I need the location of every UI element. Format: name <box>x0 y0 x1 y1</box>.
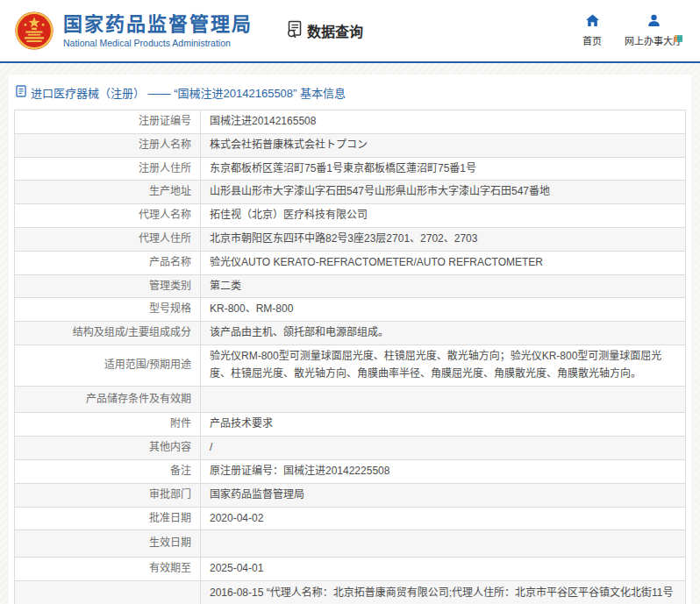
row-value: / <box>210 441 212 453</box>
row-label-cell: 代理人名称 <box>15 204 201 228</box>
row-label: 代理人住所 <box>139 232 191 245</box>
row-value: 国家药品监督管理局 <box>210 488 304 501</box>
row-value-cell: 东京都板桥区莲沼町75番1号東京都板橋区蓮沼町75番1号 <box>201 157 686 181</box>
row-label-cell: 注册人住所 <box>15 157 201 181</box>
row-value: 第二类 <box>210 280 241 292</box>
row-value: 拓佳视（北京）医疗科技有限公司 <box>210 209 368 221</box>
table-row: 产品名称验光仪AUTO KERATO-REFRACTOMETER/AUTO RE… <box>15 251 686 274</box>
home-icon <box>585 14 600 31</box>
row-value-cell <box>201 530 686 558</box>
row-label: 批准日期 <box>149 512 191 524</box>
row-label: 管理类别 <box>149 280 191 292</box>
row-label-cell: 变更情况 <box>15 580 201 604</box>
row-label: 其他内容 <box>149 441 191 453</box>
row-value-cell: 山形县山形市大字漆山字石田547号山形県山形市大字漆山字石田547番地 <box>201 181 686 204</box>
row-value: 2025-04-01 <box>210 562 263 574</box>
table-row: 代理人住所北京市朝阳区东四环中路82号3座23层2701、2702、2703 <box>15 227 686 251</box>
nav-home-label: 首页 <box>582 33 602 47</box>
table-row: 生产地址山形县山形市大字漆山字石田547号山形県山形市大字漆山字石田547番地 <box>15 181 686 204</box>
site-branding: 国家药品监督管理局 National Medical Products Admi… <box>63 13 253 47</box>
national-emblem-logo <box>14 11 54 51</box>
row-label-cell: 结构及组成/主要组成成分 <box>15 322 201 345</box>
site-subtitle: National Medical Products Administration <box>63 38 253 48</box>
row-value-cell: 北京市朝阳区东四环中路82号3座23层2701、2702、2703 <box>201 227 686 251</box>
header-right-nav: 首页 网上办事大厅 <box>582 14 688 47</box>
row-label: 产品名称 <box>149 256 191 268</box>
nav-data-query-label: 数据查询 <box>307 20 363 41</box>
table-row: 注册人住所东京都板桥区莲沼町75番1号東京都板橋区蓮沼町75番1号 <box>15 157 686 181</box>
table-row: 适用范围/预期用途验光仪RM-800型可测量球面屈光度、柱镜屈光度、散光轴方向；… <box>15 345 686 386</box>
nav-home[interactable]: 首页 <box>582 14 602 47</box>
row-value-cell: 2016-08-15 “代理人名称：北京拓普康商贸有限公司;代理人住所：北京市平… <box>201 580 686 604</box>
table-row: 批准日期2020-04-02 <box>15 507 686 530</box>
site-header: 国家药品监督管理局 National Medical Products Admi… <box>0 0 700 61</box>
row-value-cell: 国家药品监督管理局 <box>201 483 686 507</box>
row-value-cell: 产品技术要求 <box>201 413 686 437</box>
document-search-icon <box>286 20 303 42</box>
row-value-cell: 2025-04-01 <box>201 558 686 581</box>
row-label: 备注 <box>170 465 191 477</box>
row-value-cell: 2020-04-02 <box>201 507 686 530</box>
row-label: 注册人名称 <box>139 139 191 151</box>
row-value: 国械注进20142165508 <box>210 115 316 127</box>
table-row: 生效日期 <box>15 530 686 558</box>
row-value: 该产品由主机、颌托部和电源部组成。 <box>210 326 389 338</box>
row-value-cell: 第二类 <box>201 274 686 298</box>
breadcrumb-text: 进口医疗器械（注册） —— “国械注进20142165508” 基本信息 <box>31 84 346 101</box>
row-value: 2020-04-02 <box>210 512 263 524</box>
row-label-cell: 注册证编号 <box>15 110 201 134</box>
table-row: 有效期至2025-04-01 <box>15 558 686 581</box>
row-value-cell: 拓佳视（北京）医疗科技有限公司 <box>201 204 686 228</box>
row-label-cell: 备注 <box>15 459 201 483</box>
page-background: 进口医疗器械（注册） —— “国械注进20142165508” 基本信息 注册证… <box>0 63 700 604</box>
row-label: 生产地址 <box>149 185 191 197</box>
row-value-cell: 该产品由主机、颌托部和电源部组成。 <box>201 322 686 345</box>
table-row: 附件产品技术要求 <box>15 413 686 437</box>
row-value-cell: / <box>201 437 686 460</box>
row-label: 结构及组成/主要组成成分 <box>73 326 191 338</box>
document-icon <box>16 85 26 100</box>
row-label-cell: 产品储存条件及有效期 <box>15 386 201 413</box>
row-label-cell: 有效期至 <box>15 558 201 581</box>
row-label: 产品储存条件及有效期 <box>86 393 191 405</box>
row-value: 产品技术要求 <box>210 417 273 430</box>
row-label-cell: 产品名称 <box>15 251 201 274</box>
table-row: 注册人名称株式会社拓普康株式会社トプコン <box>15 133 686 157</box>
row-value-cell: 国械注进20142165508 <box>201 110 686 134</box>
row-value-cell: 验光仪RM-800型可测量球面屈光度、柱镜屈光度、散光轴方向；验光仪KR-800… <box>201 345 686 386</box>
row-value: 北京市朝阳区东四环中路82号3座23层2701、2702、2703 <box>210 232 477 245</box>
table-row: 代理人名称拓佳视（北京）医疗科技有限公司 <box>15 204 686 228</box>
nav-data-query[interactable]: 数据查询 <box>286 20 363 42</box>
row-label: 型号规格 <box>149 302 191 315</box>
row-label-cell: 附件 <box>15 413 201 437</box>
row-label: 附件 <box>170 417 191 430</box>
table-row: 审批部门国家药品监督管理局 <box>15 483 686 507</box>
row-value: 山形县山形市大字漆山字石田547号山形県山形市大字漆山字石田547番地 <box>210 185 550 197</box>
row-label: 代理人名称 <box>139 209 191 221</box>
row-label-cell: 批准日期 <box>15 507 201 530</box>
table-row: 其他内容/ <box>15 437 686 460</box>
table-row: 变更情况2016-08-15 “代理人名称：北京拓普康商贸有限公司;代理人住所：… <box>15 580 686 604</box>
row-label: 有效期至 <box>149 562 191 574</box>
table-row: 型号规格KR-800、RM-800 <box>15 298 686 322</box>
row-value: 原注册证编号：国械注进20142225508 <box>210 465 389 477</box>
table-row: 结构及组成/主要组成成分该产品由主机、颌托部和电源部组成。 <box>15 322 686 345</box>
row-value-cell <box>201 386 686 413</box>
row-label-cell: 生效日期 <box>15 530 201 558</box>
truncated-widget-icon <box>675 35 682 42</box>
row-label: 审批部门 <box>149 488 191 501</box>
row-label-cell: 注册人名称 <box>15 133 201 157</box>
row-label: 生效日期 <box>149 536 191 549</box>
info-table-body: 注册证编号国械注进20142165508注册人名称株式会社拓普康株式会社トプコン… <box>15 110 686 604</box>
row-label-cell: 代理人住所 <box>15 227 201 251</box>
info-table: 注册证编号国械注进20142165508注册人名称株式会社拓普康株式会社トプコン… <box>14 110 686 604</box>
nav-service-hall[interactable]: 网上办事大厅 <box>625 14 682 47</box>
row-label-cell: 管理类别 <box>15 274 201 298</box>
row-value: 验光仪AUTO KERATO-REFRACTOMETER/AUTO REFRAC… <box>210 256 543 268</box>
breadcrumb: 进口医疗器械（注册） —— “国械注进20142165508” 基本信息 <box>14 82 686 110</box>
row-label: 注册证编号 <box>139 115 191 127</box>
table-row: 产品储存条件及有效期 <box>15 386 686 413</box>
row-value-cell: 株式会社拓普康株式会社トプコン <box>201 133 686 157</box>
content-card: 进口医疗器械（注册） —— “国械注进20142165508” 基本信息 注册证… <box>9 75 691 604</box>
row-label: 注册人住所 <box>139 162 191 174</box>
